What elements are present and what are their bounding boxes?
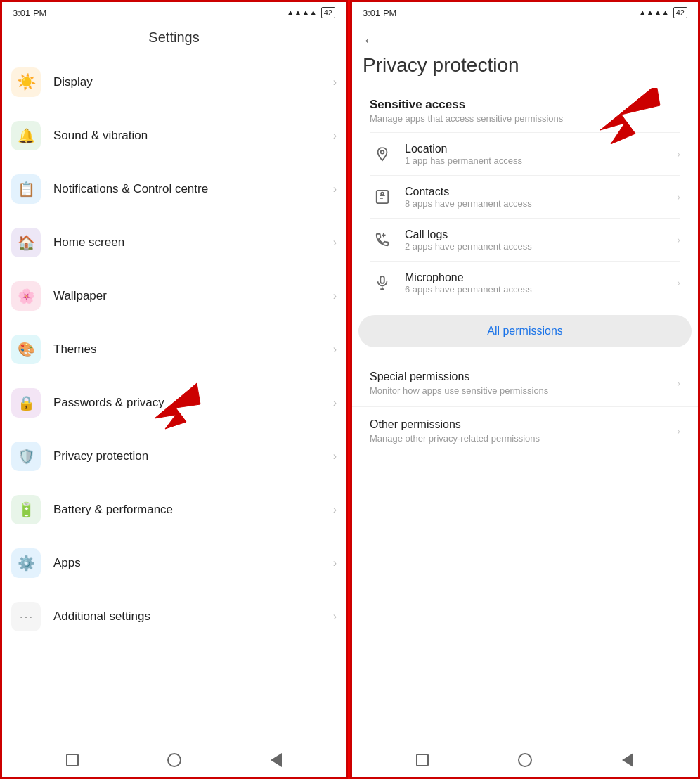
apps-icon: ⚙️	[11, 548, 41, 578]
contacts-desc: 8 apps have permanent access	[405, 198, 677, 209]
right-bottom-nav	[350, 740, 700, 779]
right-nav-back[interactable]	[618, 750, 637, 770]
settings-item-themes[interactable]: 🎨 Themes ›	[0, 323, 348, 376]
left-time: 3:01 PM	[13, 8, 46, 18]
passwords-chevron: ›	[333, 397, 337, 409]
display-chevron: ›	[333, 76, 337, 89]
special-permissions-desc: Monitor how apps use sensitive permissio…	[370, 385, 677, 396]
additional-chevron: ›	[333, 610, 337, 623]
settings-item-wallpaper[interactable]: 🌸 Wallpaper ›	[0, 269, 348, 323]
homescreen-label: Home screen	[53, 236, 333, 250]
microphone-chevron: ›	[677, 277, 680, 288]
settings-item-additional[interactable]: ⋯ Additional settings ›	[0, 590, 348, 643]
location-icon	[370, 141, 395, 167]
right-status-right: ▲▲▲▲ 42	[638, 7, 687, 18]
settings-item-passwords[interactable]: 🔒 Passwords & privacy ›	[0, 376, 348, 430]
left-signal-icon: ▲▲▲▲	[286, 8, 317, 18]
apps-chevron: ›	[333, 557, 337, 569]
sensitive-access-section: Sensitive access Manage apps that access…	[358, 88, 692, 308]
sound-icon: 🔔	[11, 121, 41, 150]
microphone-name: Microphone	[405, 271, 677, 284]
settings-item-homescreen[interactable]: 🏠 Home screen ›	[0, 216, 348, 269]
special-permissions-chevron: ›	[677, 378, 680, 389]
permission-item-calllogs[interactable]: Call logs 2 apps have permanent access ›	[370, 218, 680, 261]
themes-icon: 🎨	[11, 335, 41, 364]
settings-title: Settings	[0, 22, 348, 56]
left-bottom-nav	[0, 740, 348, 779]
special-permissions-text: Special permissions Monitor how apps use…	[370, 371, 677, 396]
other-permissions-text: Other permissions Manage other privacy-r…	[370, 418, 677, 444]
location-text: Location 1 app has permanent access	[405, 143, 677, 166]
themes-chevron: ›	[333, 343, 337, 356]
calllogs-icon	[370, 227, 395, 252]
permission-item-microphone[interactable]: Microphone 6 apps have permanent access …	[370, 261, 680, 304]
other-permissions-chevron: ›	[677, 425, 680, 437]
sensitive-access-title: Sensitive access	[370, 98, 680, 112]
settings-item-display[interactable]: ☀️ Display ›	[0, 56, 348, 109]
left-nav-square[interactable]	[63, 750, 82, 770]
battery-label: Battery & performance	[53, 503, 333, 517]
right-nav-square[interactable]	[413, 750, 432, 770]
permission-item-location[interactable]: Location 1 app has permanent access ›	[370, 132, 680, 175]
svg-point-2	[381, 150, 384, 154]
settings-item-privacy[interactable]: 🛡️ Privacy protection ›	[0, 430, 348, 483]
microphone-text: Microphone 6 apps have permanent access	[405, 271, 677, 295]
contacts-text: Contacts 8 apps have permanent access	[405, 186, 677, 209]
privacy-chevron: ›	[333, 450, 337, 463]
svg-point-4	[381, 193, 384, 195]
left-battery-icon: 42	[321, 7, 335, 18]
notifications-chevron: ›	[333, 183, 337, 195]
privacy-protection-title: Privacy protection	[363, 54, 687, 77]
settings-item-apps[interactable]: ⚙️ Apps ›	[0, 536, 348, 590]
sound-label: Sound & vibration	[53, 129, 333, 143]
right-panel: 3:01 PM ▲▲▲▲ 42 ← Privacy protection Sen…	[350, 0, 700, 779]
permission-item-contacts[interactable]: Contacts 8 apps have permanent access ›	[370, 175, 680, 218]
settings-item-battery[interactable]: 🔋 Battery & performance ›	[0, 483, 348, 536]
microphone-icon	[370, 270, 395, 295]
right-content: Sensitive access Manage apps that access…	[350, 88, 700, 740]
apps-label: Apps	[53, 556, 333, 570]
location-desc: 1 app has permanent access	[405, 155, 677, 166]
calllogs-name: Call logs	[405, 228, 677, 241]
battery-chevron: ›	[333, 503, 337, 516]
contacts-name: Contacts	[405, 186, 677, 198]
privacy-label: Privacy protection	[53, 449, 333, 463]
privacy-icon: 🛡️	[11, 442, 41, 471]
additional-label: Additional settings	[53, 610, 333, 624]
left-nav-back[interactable]	[266, 750, 286, 770]
other-permissions-desc: Manage other privacy-related permissions	[370, 433, 677, 444]
homescreen-chevron: ›	[333, 236, 337, 249]
left-panel: 3:01 PM ▲▲▲▲ 42 Settings ☀️ Display › 🔔 …	[0, 0, 350, 779]
microphone-desc: 6 apps have permanent access	[405, 284, 677, 295]
left-status-right: ▲▲▲▲ 42	[286, 7, 335, 18]
contacts-icon	[370, 184, 395, 210]
contacts-chevron: ›	[677, 191, 680, 202]
right-battery-icon: 42	[673, 7, 687, 18]
right-time: 3:01 PM	[363, 8, 396, 18]
back-button[interactable]: ←	[363, 32, 377, 49]
all-permissions-button[interactable]: All permissions	[358, 315, 692, 347]
location-name: Location	[405, 143, 677, 155]
settings-item-sound[interactable]: 🔔 Sound & vibration ›	[0, 109, 348, 162]
notifications-icon: 📋	[11, 174, 41, 204]
location-chevron: ›	[677, 148, 680, 160]
left-nav-home[interactable]	[164, 750, 184, 770]
homescreen-icon: 🏠	[11, 228, 41, 257]
svg-rect-7	[380, 276, 384, 283]
wallpaper-chevron: ›	[333, 290, 337, 302]
other-permissions-title: Other permissions	[370, 418, 677, 431]
calllogs-desc: 2 apps have permanent access	[405, 241, 677, 252]
special-permissions-item[interactable]: Special permissions Monitor how apps use…	[350, 359, 700, 406]
notifications-label: Notifications & Control centre	[53, 182, 333, 196]
display-icon: ☀️	[11, 67, 41, 97]
settings-item-notifications[interactable]: 📋 Notifications & Control centre ›	[0, 162, 348, 216]
calllogs-text: Call logs 2 apps have permanent access	[405, 228, 677, 252]
right-nav-home[interactable]	[515, 750, 535, 770]
special-permissions-title: Special permissions	[370, 371, 677, 383]
battery-icon: 🔋	[11, 495, 41, 524]
wallpaper-icon: 🌸	[11, 281, 41, 311]
settings-list: ☀️ Display › 🔔 Sound & vibration › 📋 Not…	[0, 56, 348, 740]
other-permissions-item[interactable]: Other permissions Manage other privacy-r…	[350, 406, 700, 454]
wallpaper-label: Wallpaper	[53, 289, 333, 303]
right-status-bar: 3:01 PM ▲▲▲▲ 42	[350, 0, 700, 22]
